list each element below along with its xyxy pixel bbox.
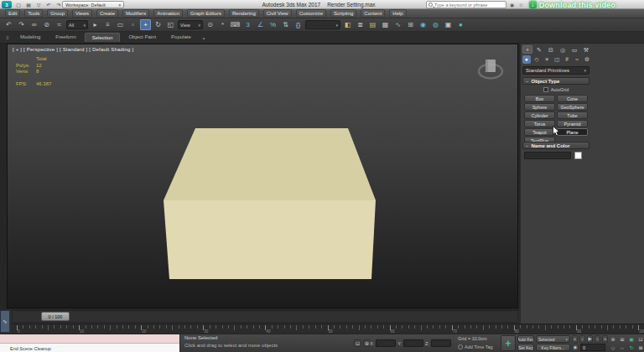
y-field[interactable] bbox=[403, 339, 423, 347]
maximize-viewport-icon[interactable]: ⊠ bbox=[636, 344, 644, 351]
workspace-dropdown[interactable]: Workspace: Default bbox=[62, 1, 124, 8]
track-bar-ruler[interactable]: 0102030405060708090100 bbox=[11, 324, 644, 334]
zoom-extents-icon[interactable]: ▣ bbox=[627, 335, 636, 343]
use-pivot-center-icon[interactable]: ⊙ bbox=[205, 19, 216, 30]
zoom-all-icon[interactable]: ⊞ bbox=[618, 335, 626, 343]
previous-frame-icon[interactable]: ‹ bbox=[579, 335, 585, 343]
x-field[interactable] bbox=[376, 339, 396, 347]
selection-lock-toggle-icon[interactable]: ⊡ bbox=[354, 339, 361, 347]
select-by-name-icon[interactable]: ≡ bbox=[102, 19, 113, 30]
select-and-link-icon[interactable]: ∞ bbox=[29, 19, 39, 30]
next-frame-icon[interactable]: › bbox=[595, 335, 600, 343]
scene-canvas[interactable] bbox=[8, 44, 517, 308]
layer-manager-icon[interactable]: ▤ bbox=[367, 19, 378, 30]
ribbon-tab[interactable]: Selection bbox=[85, 33, 121, 42]
undo-icon[interactable]: ↶ bbox=[3, 19, 14, 30]
object-type-button[interactable]: Cone bbox=[557, 95, 588, 102]
3ds-max-logo-icon[interactable]: 3 bbox=[2, 1, 12, 8]
select-and-rotate-icon[interactable]: ↻ bbox=[153, 19, 164, 30]
z-field[interactable] bbox=[431, 339, 451, 347]
schematic-view-icon[interactable]: ⊞ bbox=[405, 19, 416, 30]
time-slider-handle[interactable]: 0 / 100 bbox=[41, 312, 70, 321]
go-to-end-icon[interactable]: » bbox=[602, 335, 608, 343]
percent-snap-icon[interactable]: % bbox=[267, 19, 278, 30]
save-file-icon[interactable]: ▽ bbox=[34, 1, 43, 8]
go-to-start-icon[interactable]: « bbox=[572, 335, 578, 343]
sign-in-icon[interactable]: ◉ bbox=[508, 1, 516, 8]
selection-filter-dropdown[interactable]: All▾ bbox=[66, 20, 88, 29]
new-scene-icon[interactable]: ▢ bbox=[14, 1, 23, 8]
open-file-icon[interactable]: ▤ bbox=[24, 1, 33, 8]
add-time-tag[interactable]: Add Time Tag bbox=[458, 344, 493, 349]
ribbon-tab[interactable]: Populate bbox=[164, 33, 198, 42]
redo-icon[interactable]: ↷ bbox=[16, 19, 27, 30]
pan-icon[interactable]: ↔ bbox=[618, 344, 626, 351]
viewport-label[interactable]: [ + ] [ Perspective ] [ Standard ] [ Def… bbox=[13, 47, 133, 52]
download-watermark[interactable]: ↓ Download this video bbox=[529, 0, 615, 9]
zoom-region-icon[interactable]: ⊡ bbox=[636, 335, 644, 343]
perspective-viewport[interactable]: [ + ] [ Perspective ] [ Standard ] [ Def… bbox=[7, 44, 518, 308]
object-type-button[interactable]: Pyramid bbox=[557, 120, 588, 127]
select-and-move-icon[interactable]: + bbox=[140, 19, 151, 30]
box-front-face[interactable] bbox=[164, 200, 376, 279]
menu-item[interactable]: Civil View bbox=[263, 9, 292, 18]
object-type-button[interactable]: Sphere bbox=[524, 103, 555, 111]
fov-icon[interactable]: ◇ bbox=[609, 344, 617, 351]
set-keys-button[interactable]: + bbox=[501, 335, 516, 351]
object-type-button[interactable]: Torus bbox=[524, 120, 555, 127]
menu-item[interactable]: Rendering bbox=[229, 9, 259, 18]
object-color-swatch[interactable] bbox=[574, 152, 582, 159]
keyboard-override-icon[interactable]: ⌨ bbox=[230, 19, 241, 30]
material-editor-icon[interactable]: ◉ bbox=[418, 19, 428, 30]
helpers-category-icon[interactable]: # bbox=[563, 55, 571, 64]
object-type-button[interactable]: GeoSphere bbox=[557, 103, 588, 111]
menu-item[interactable]: Content bbox=[361, 9, 385, 18]
angle-snap-icon[interactable]: ∠ bbox=[255, 19, 266, 30]
time-slider[interactable]: 0 / 100 bbox=[12, 310, 518, 323]
ribbon-tab[interactable]: Freeform bbox=[49, 33, 82, 42]
object-type-button[interactable]: Plane bbox=[557, 128, 588, 136]
create-tab-icon[interactable]: + bbox=[522, 45, 532, 54]
space-warps-category-icon[interactable]: ≈ bbox=[573, 55, 581, 64]
menu-item[interactable]: Help bbox=[389, 9, 406, 18]
unlink-selection-icon[interactable]: ⊘ bbox=[41, 19, 52, 30]
key-mode-toggle-icon[interactable]: ◆ bbox=[572, 344, 579, 351]
play-icon[interactable]: ▶ bbox=[587, 335, 593, 343]
geometry-category-icon[interactable]: ● bbox=[522, 55, 531, 64]
object-type-button[interactable]: Teapot bbox=[524, 128, 555, 136]
auto-key-button[interactable]: Auto Key bbox=[517, 335, 534, 343]
motion-tab-icon[interactable]: ◎ bbox=[558, 45, 568, 54]
curve-editor-icon[interactable]: ∿ bbox=[392, 19, 403, 30]
menu-item[interactable]: Group bbox=[47, 9, 68, 18]
ribbon-grip-icon[interactable]: ≡ bbox=[3, 35, 12, 40]
lights-category-icon[interactable]: ☀ bbox=[543, 55, 551, 64]
window-crossing-icon[interactable]: ▫ bbox=[127, 19, 138, 30]
selection-region-icon[interactable]: ▭ bbox=[115, 19, 126, 30]
menu-item[interactable]: Modifiers bbox=[122, 9, 149, 18]
select-object-icon[interactable]: ▸ bbox=[90, 19, 101, 30]
menu-item[interactable]: Create bbox=[96, 9, 118, 18]
orbit-icon[interactable]: ↻ bbox=[627, 344, 636, 351]
listener-macro-pane[interactable] bbox=[0, 334, 179, 344]
utilities-tab-icon[interactable]: ⚒ bbox=[581, 45, 591, 54]
zoom-icon[interactable]: ⊕ bbox=[609, 335, 617, 343]
rendered-frame-icon[interactable]: ▣ bbox=[443, 19, 454, 30]
reference-coordinate-dropdown[interactable]: View▾ bbox=[178, 20, 203, 29]
current-frame-field[interactable]: 0 bbox=[580, 344, 605, 351]
primitives-dropdown[interactable]: Standard Primitives bbox=[522, 66, 589, 75]
edit-named-sets-icon[interactable]: {} bbox=[293, 19, 304, 30]
object-name-field[interactable] bbox=[524, 152, 571, 159]
object-type-rollout-header[interactable]: Object Type bbox=[522, 77, 589, 85]
named-sets-dropdown[interactable]: ▾ bbox=[305, 20, 340, 29]
modify-tab-icon[interactable]: ✎ bbox=[534, 45, 544, 54]
ribbon-toggle-icon[interactable]: ▦ bbox=[380, 19, 391, 30]
shapes-category-icon[interactable]: ◇ bbox=[532, 55, 541, 64]
object-type-button[interactable]: Tube bbox=[557, 111, 588, 119]
maxscript-mini-listener[interactable]: End Scene Cleanup bbox=[0, 334, 180, 352]
listener-input-pane[interactable]: End Scene Cleanup bbox=[0, 344, 179, 352]
key-selection-dropdown[interactable]: Selected bbox=[536, 335, 570, 343]
menu-item[interactable]: Customize bbox=[296, 9, 326, 18]
systems-category-icon[interactable]: ⚙ bbox=[583, 55, 591, 64]
open-mini-curve-editor-button[interactable]: ∿ bbox=[0, 310, 10, 333]
search-input[interactable] bbox=[434, 3, 504, 8]
